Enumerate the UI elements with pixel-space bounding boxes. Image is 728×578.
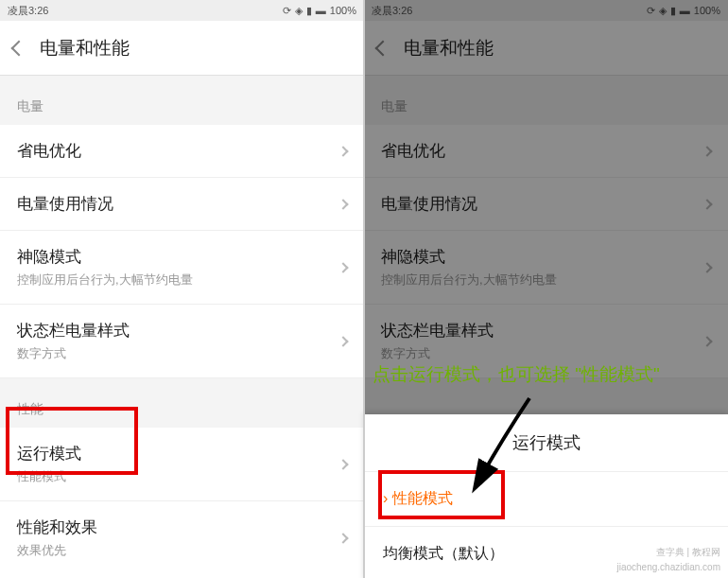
item-label: 神隐模式 [17,246,339,268]
item-label: 状态栏电量样式 [17,320,339,342]
item-label: 性能和效果 [17,517,339,538]
watermark-1: 查字典 | 教程网 [656,546,720,559]
section-performance: 性能 [0,378,364,428]
signal-icon: ▮ [670,5,676,17]
watermark-2: jiaocheng.chazidian.com [616,562,720,572]
item-stealth-mode[interactable]: 神隐模式 控制应用后台行为,大幅节约电量 [0,231,364,305]
battery-icon: ▬ [316,5,326,16]
item-sub: 控制应用后台行为,大幅节约电量 [17,271,339,289]
item-sub: 控制应用后台行为,大幅节约电量 [381,271,703,289]
item-label: 神隐模式 [381,246,703,268]
status-bar: 凌晨3:26 ⟳ ◈ ▮ ▬ 100% [0,0,364,21]
page-title: 电量和性能 [404,36,494,61]
item-label: 状态栏电量样式 [381,320,703,342]
wifi-icon: ◈ [295,5,303,17]
chevron-right-icon [702,336,712,346]
item-label: 省电优化 [381,140,703,162]
item-label: 电量使用情况 [381,193,703,215]
item-power-saving[interactable]: 省电优化 [364,125,728,178]
status-time: 凌晨3:26 [8,4,48,18]
popup-option-performance[interactable]: 性能模式 [364,472,728,527]
chevron-right-icon [702,199,712,209]
sync-icon: ⟳ [283,5,291,17]
item-status-bar-style[interactable]: 状态栏电量样式 数字方式 [0,305,364,378]
title-bar: 电量和性能 [0,21,364,76]
wifi-icon: ◈ [659,5,667,17]
item-label: 电量使用情况 [17,193,339,215]
popup-title: 运行模式 [364,414,728,472]
status-time: 凌晨3:26 [372,4,412,18]
screen-divider [363,0,365,578]
chevron-right-icon [338,146,348,156]
battery-icon: ▬ [680,5,690,16]
item-run-mode[interactable]: 运行模式 性能模式 [0,428,364,501]
chevron-right-icon [338,459,348,469]
battery-percent: 100% [330,5,356,16]
status-bar: 凌晨3:26 ⟳ ◈ ▮ ▬ 100% [364,0,728,21]
signal-icon: ▮ [306,5,312,17]
item-power-saving[interactable]: 省电优化 [0,125,364,178]
section-battery: 电量 [0,76,364,125]
item-sub: 性能模式 [17,468,339,485]
item-stealth-mode[interactable]: 神隐模式 控制应用后台行为,大幅节约电量 [364,231,728,305]
chevron-right-icon [338,533,348,543]
status-icons: ⟳ ◈ ▮ ▬ 100% [283,5,356,17]
status-icons: ⟳ ◈ ▮ ▬ 100% [647,5,720,17]
item-label: 运行模式 [17,443,339,464]
section-battery: 电量 [364,76,728,125]
chevron-right-icon [338,262,348,272]
page-title: 电量和性能 [40,36,130,61]
back-icon[interactable] [11,40,27,56]
battery-percent: 100% [694,5,720,16]
item-sub: 数字方式 [381,345,703,362]
sync-icon: ⟳ [647,5,655,17]
back-icon[interactable] [375,40,391,56]
annotation-text: 点击运行模式，也可选择 "性能模式" [373,362,660,387]
item-perf-effect[interactable]: 性能和效果 效果优先 [0,501,364,574]
title-bar: 电量和性能 [364,21,728,76]
chevron-right-icon [338,199,348,209]
chevron-right-icon [338,336,348,346]
chevron-right-icon [702,262,712,272]
item-label: 省电优化 [17,140,339,162]
chevron-right-icon [702,146,712,156]
item-sub: 效果优先 [17,542,339,559]
item-sub: 数字方式 [17,345,339,362]
item-battery-usage[interactable]: 电量使用情况 [364,178,728,231]
item-battery-usage[interactable]: 电量使用情况 [0,178,364,231]
screen-left: 凌晨3:26 ⟳ ◈ ▮ ▬ 100% 电量和性能 电量 省电优化 电量使用情况… [0,0,364,574]
